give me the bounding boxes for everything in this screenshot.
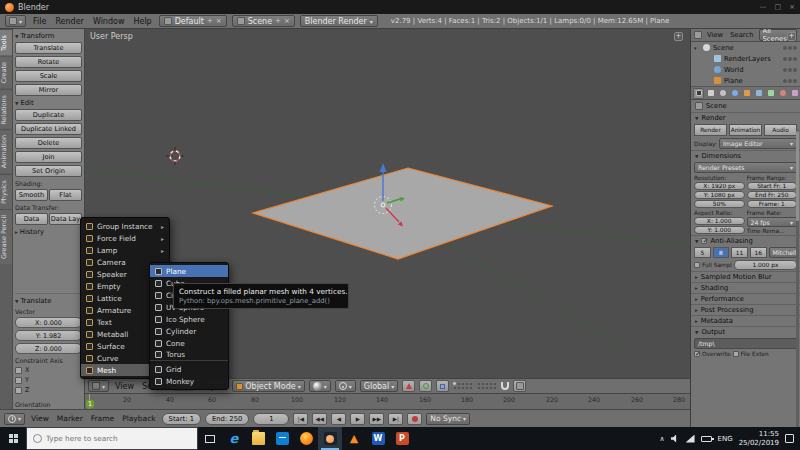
set-origin-button[interactable]: Set Origin [15,165,82,177]
playback-button[interactable]: ▶▶ [369,413,384,425]
select-arrow-icon[interactable] [788,57,792,61]
frame-step-field[interactable]: Frame: 1 [747,200,798,208]
outliner-row[interactable]: RenderLayers [691,53,800,64]
microsoft-edge-icon[interactable]: e [222,427,246,450]
timeline-menu-item[interactable]: Playback [120,414,157,423]
eye-icon[interactable] [783,57,787,61]
layers-widget-left[interactable] [453,382,473,390]
data-button[interactable]: Data [15,213,48,225]
transform-panel-header[interactable]: Transform [15,32,82,40]
camera-render-icon[interactable] [793,46,797,50]
timeline-menu-item[interactable]: Frame [89,414,116,423]
info-menu-item[interactable]: Help [131,17,153,26]
powerpoint-icon[interactable]: P [390,427,414,450]
mesh-menu-item[interactable]: Cylinder [150,325,228,337]
sync-mode-selector[interactable]: No Sync [426,413,470,425]
start-frame-field[interactable]: Start Fr: 1 [747,182,798,190]
resolution-y-field[interactable]: Y: 1080 px [694,191,745,199]
region-expand-handle[interactable]: + [674,32,683,41]
collapsed-section-header[interactable]: Performance [691,293,800,304]
screen-layout-selector[interactable]: Default + × [159,15,227,27]
aspect-x-field[interactable]: X: 1.000 [694,217,745,225]
delete-scene-button[interactable]: × [284,17,290,25]
tab-render[interactable] [693,88,704,99]
scale-manipulator-button[interactable] [436,380,449,392]
playback-button[interactable]: ▶| [388,413,403,425]
outliner-row[interactable]: ▾ Scene [691,42,800,53]
constraint-z-checkbox[interactable] [15,387,22,394]
playback-button[interactable]: |◀ [293,413,308,425]
tool-shelf-tab[interactable]: Create [0,56,12,89]
tab-world[interactable] [729,88,740,99]
operator-panel-header[interactable]: Translate [15,297,82,305]
tab-object[interactable] [741,88,752,99]
aspect-y-field[interactable]: Y: 1.000 [694,226,745,234]
end-frame-field[interactable]: End: 250 [205,413,249,425]
tool-shelf-tab[interactable]: Physics [0,174,12,209]
editor-type-selector-timeline[interactable] [4,413,25,425]
resolution-x-field[interactable]: X: 1920 px [694,182,745,190]
eye-icon[interactable] [783,79,787,83]
tab-texture[interactable] [789,88,800,99]
eye-icon[interactable] [783,46,787,50]
output-section-header[interactable]: Output [691,326,800,337]
add-menu-item[interactable]: Force Field [81,232,169,244]
vector-z-field[interactable]: Z: 0.000 [15,343,82,354]
aa-samples-button[interactable]: 5 [694,247,711,258]
flat-button[interactable]: Flat [49,189,82,201]
tab-modifiers[interactable] [753,88,764,99]
camera-render-icon[interactable] [793,68,797,72]
collapsed-section-header[interactable]: Shading [691,282,800,293]
file-explorer-icon[interactable] [246,427,270,450]
mesh-menu-item[interactable]: Grid [150,363,228,375]
render-section-header[interactable]: Render [691,112,800,123]
tool-shelf-tab[interactable]: Relations [0,89,12,130]
tab-scene[interactable] [717,88,728,99]
timeline-ruler[interactable]: 20406080100120140160180200220240260280 1 [85,393,690,409]
collapsed-section-header[interactable]: Post Processing [691,304,800,315]
playback-button[interactable]: ▶ [350,413,365,425]
outliner-menu-search[interactable]: Search [728,31,755,39]
tab-material[interactable] [777,88,788,99]
playback-button[interactable]: ◀◀ [312,413,327,425]
language-indicator[interactable]: ENG [718,435,733,443]
render-button[interactable]: Render [694,124,727,136]
render-engine-selector[interactable]: Blender Render [300,15,378,27]
eye-icon[interactable] [783,68,787,72]
tool-button[interactable]: Scale [15,70,82,82]
tool-button[interactable]: Join [15,151,82,163]
constraint-y-checkbox[interactable] [15,377,22,384]
microsoft-store-icon[interactable] [270,427,294,450]
outliner-menu-view[interactable]: View [705,31,725,39]
mesh-menu-item[interactable]: Cone [150,337,228,349]
collapsed-section-header[interactable]: Metadata [691,315,800,326]
aa-filter-selector[interactable]: Mitchell-N [769,247,797,258]
constraint-x-checkbox[interactable] [15,367,22,374]
hidden-icons-chevron[interactable]: ∧ [659,435,664,443]
select-arrow-icon[interactable] [788,79,792,83]
add-scene-button[interactable]: + [275,17,281,25]
tool-button[interactable]: Rotate [15,56,82,68]
layers-widget-right[interactable] [477,382,497,390]
transform-orientation-selector[interactable]: Global [360,380,399,392]
tool-button[interactable]: Mirror [15,84,82,96]
edit-panel-header[interactable]: Edit [15,99,82,107]
mode-selector[interactable]: Object Mode [232,380,304,392]
aa-size-field[interactable]: 1.000 px [734,260,797,270]
viewport-menu-view[interactable]: View [113,382,136,391]
minimize-button[interactable]: — [760,3,767,11]
camera-render-icon[interactable] [793,79,797,83]
close-button[interactable]: × [789,3,795,11]
tool-button[interactable]: Translate [15,42,82,54]
mesh-menu-item[interactable]: Ico Sphere [150,313,228,325]
plane-mesh[interactable] [253,168,552,259]
opengl-render-button[interactable] [513,380,526,392]
outliner-row[interactable]: World [691,64,800,75]
expand-toggle-icon[interactable]: ▾ [694,45,700,51]
camera-render-icon[interactable] [793,57,797,61]
file-extensions-checkbox[interactable] [733,351,739,357]
render-presets-selector[interactable]: Render Presets [694,162,797,173]
tool-shelf-tab[interactable]: Animation [0,129,12,173]
full-sample-checkbox[interactable] [694,262,700,268]
rotate-manipulator-button[interactable] [419,380,432,392]
